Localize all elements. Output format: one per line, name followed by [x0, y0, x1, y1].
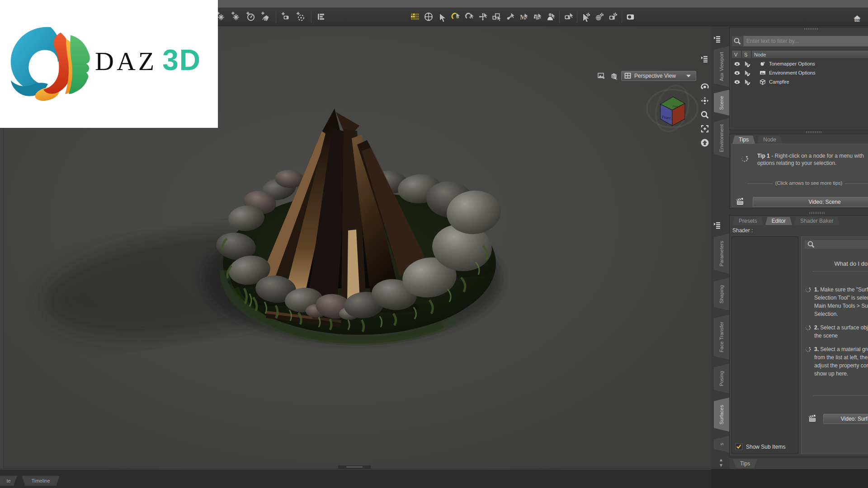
frame-icon[interactable] [700, 124, 709, 133]
cursor-check-icon[interactable] [742, 78, 752, 86]
camera-cone-plus-icon[interactable] [280, 10, 292, 23]
side-tab-environment[interactable]: Environment [714, 118, 729, 158]
daz-studio-home-icon[interactable]: DS [853, 14, 862, 23]
spotlight-plus-icon[interactable] [260, 10, 272, 23]
spinner-icon [804, 345, 814, 378]
cube-icon [758, 78, 767, 85]
tab-presets[interactable]: Presets [732, 217, 764, 225]
more-tips-label: (Click arrows to see more tips) [732, 180, 868, 186]
clapperboard-icon [808, 414, 817, 423]
toolbar-group-tools: M [409, 10, 637, 23]
cursor-icon[interactable] [436, 10, 448, 23]
tips-panel: TipsNode Tip 1 - Right-click on a node f… [729, 134, 868, 209]
m-cursor-icon[interactable]: M [518, 10, 529, 23]
property-search[interactable] [804, 239, 868, 249]
gauge-plus-icon[interactable] [245, 10, 257, 23]
pane-options-icon[interactable] [700, 54, 709, 63]
eye-icon[interactable] [732, 78, 742, 86]
camera-cube-icon[interactable] [609, 71, 618, 80]
globe-move-icon[interactable] [423, 10, 434, 23]
video-scene-button[interactable]: Video: Scene [753, 197, 868, 207]
toolbar-divider [577, 11, 577, 23]
scene-filter-input[interactable] [743, 36, 868, 47]
side-tab-surfaces[interactable]: Surfaces [714, 398, 729, 432]
camera-gear-icon[interactable] [607, 10, 619, 23]
align-list-icon[interactable] [316, 10, 327, 23]
sphere-gear-icon[interactable] [594, 10, 605, 23]
tab-node[interactable]: Node [757, 136, 783, 144]
side-tab-scene[interactable]: Scene [714, 90, 729, 116]
tips-bar-arrows[interactable]: ▲▼ [714, 457, 728, 468]
shader-help-pane: What do I do? 1. Make sure the "Surface … [801, 236, 868, 454]
side-tab-aux-viewport[interactable]: Aux Viewport [714, 46, 729, 87]
side-tab-parameters[interactable]: Parameters [714, 234, 729, 274]
shader-label: Shader : [732, 227, 753, 234]
orbit-plus-icon[interactable] [295, 10, 307, 23]
side-tabs-top: Aux ViewportSceneEnvironment [712, 26, 729, 161]
home-icon[interactable] [700, 138, 709, 147]
show-sub-items[interactable]: Show Sub Items [736, 443, 785, 450]
tab-timeline[interactable]: Timeline [22, 476, 60, 486]
bone-icon[interactable] [504, 10, 516, 23]
toolbar-group-create [215, 10, 327, 23]
scene-node-campfire[interactable]: Campfire [732, 77, 868, 86]
scene-node-environment-options[interactable]: Environment Options [732, 68, 868, 77]
zoom-icon[interactable] [700, 110, 709, 119]
tip-text: Tip 1 - Right-click on a node for a menu… [757, 152, 868, 167]
cursor-gear-icon[interactable] [580, 10, 592, 23]
rotate-icon[interactable] [463, 10, 475, 23]
view-cube[interactable]: Top Front [640, 80, 703, 137]
divider [813, 271, 868, 272]
eye-icon[interactable] [732, 69, 742, 77]
splitter-grip[interactable] [806, 131, 821, 133]
camera-icon[interactable] [625, 10, 637, 23]
material-group-list[interactable]: Show Sub Items [731, 236, 798, 454]
viewport-splitter-grip[interactable] [338, 465, 371, 469]
rotate-cursor-icon[interactable] [450, 10, 462, 23]
dock-menu-icon[interactable] [712, 221, 729, 230]
col-node: Node [751, 50, 868, 59]
scale-icon[interactable] [491, 10, 502, 23]
tab-editor[interactable]: Editor [765, 217, 792, 225]
daz3d-logo-panel: DAZ3D [0, 0, 218, 128]
cursor-check-icon[interactable] [742, 60, 752, 68]
render-preview-icon[interactable] [597, 71, 606, 80]
move-icon[interactable] [477, 10, 489, 23]
dock-menu-icon[interactable] [712, 34, 729, 43]
layers-icon[interactable] [531, 10, 543, 23]
splitter-grip[interactable] [809, 212, 825, 214]
checkbox-checked-icon[interactable] [736, 443, 742, 450]
side-tab-s[interactable]: s [714, 436, 729, 453]
scene-node-tonemapper-options[interactable]: Tonemapper Options [732, 59, 868, 68]
help-step: 3. Select a material group from the list… [804, 345, 868, 378]
side-tab-face-transfer[interactable]: Face Transfer [714, 314, 729, 360]
editor-panel: PresetsEditorShader Baker Shader : Show … [729, 215, 868, 456]
sparkle-plus-icon[interactable] [230, 10, 242, 23]
orbit-icon[interactable] [700, 82, 709, 91]
side-tab-posing[interactable]: Posing [714, 364, 729, 394]
eye-icon[interactable] [732, 60, 742, 68]
toolbar-divider [276, 11, 276, 23]
grid-icon[interactable] [409, 10, 421, 23]
scene-panel: V S Node Tonemapper OptionsEnvironment O… [729, 27, 868, 130]
panel-grip[interactable] [804, 28, 818, 30]
view-selector-dropdown[interactable]: Perspective View [621, 71, 696, 81]
video-surfaces-button[interactable]: Video: Surfaces [823, 414, 868, 424]
tab-pose-animate[interactable]: te [0, 476, 17, 486]
tab-tips[interactable]: Tips [732, 136, 755, 144]
toolbar-divider [311, 11, 311, 23]
camera-plus-icon[interactable] [562, 10, 574, 23]
side-tab-shaping[interactable]: Shaping [714, 278, 729, 310]
tab-tips-bottom[interactable]: Tips [733, 459, 757, 468]
cursor-check-icon[interactable] [742, 69, 752, 77]
daz3d-logo-swirl [7, 26, 98, 101]
clapperboard-icon [736, 197, 745, 206]
person-icon[interactable] [545, 10, 557, 23]
help-step: 1. Make sure the "Surface Selection Tool… [804, 286, 868, 318]
tab-shader-baker[interactable]: Shader Baker [794, 217, 840, 225]
environment-icon [758, 69, 767, 76]
divider [813, 395, 868, 396]
spinner-icon [740, 154, 749, 163]
pan-icon[interactable] [700, 96, 709, 105]
viewport-tool-strip [698, 82, 712, 147]
